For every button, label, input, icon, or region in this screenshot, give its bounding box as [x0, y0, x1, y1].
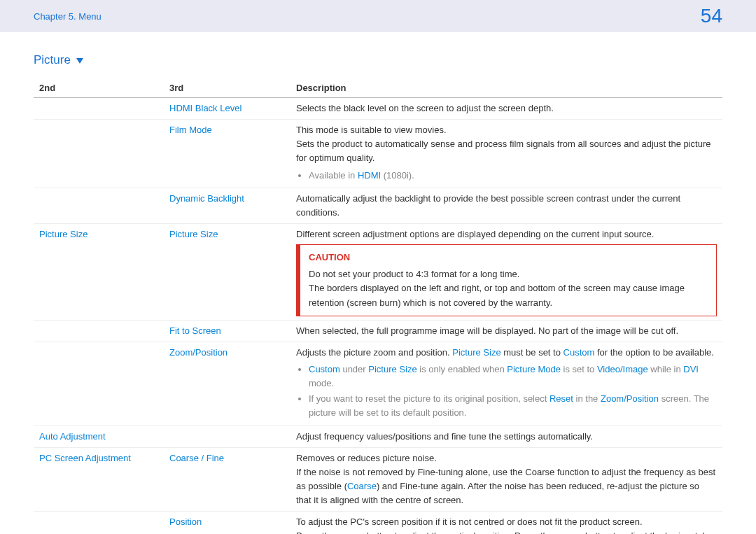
text: Different screen adjustment options are … [296, 227, 717, 241]
menu-group-auto-adjustment: Auto Adjustment [39, 431, 106, 442]
menu-group-picture-size: Picture Size [39, 229, 88, 239]
description: Automatically adjust the backlight to pr… [290, 188, 722, 223]
svg-marker-0 [76, 58, 83, 64]
text: Removes or reduces picture noise. [296, 451, 717, 465]
description: Adjust frequency values/positions and fi… [290, 426, 722, 447]
col-header-2nd: 2nd [34, 78, 164, 98]
left-arrow-icon [556, 531, 563, 534]
text: To adjust the PC's screen position if it… [296, 515, 717, 529]
menu-item-position: Position [169, 517, 202, 527]
table-row: Auto Adjustment Adjust frequency values/… [34, 426, 722, 447]
note: If you want to reset the picture to its … [309, 392, 717, 420]
caution-box: CAUTION Do not set your product to 4:3 f… [296, 244, 717, 316]
menu-item-hdmi-black-level: HDMI Black Level [169, 103, 241, 113]
table-row: Picture Size Picture Size Different scre… [34, 223, 722, 320]
table-row: Film Mode This mode is suitable to view … [34, 120, 722, 188]
description: When selected, the full programme image … [290, 320, 722, 342]
menu-item-dynamic-backlight: Dynamic Backlight [169, 193, 244, 204]
col-header-desc: Description [290, 78, 722, 98]
description: Removes or reduces picture noise. If the… [290, 447, 722, 512]
description: To adjust the PC's screen position if it… [290, 512, 722, 534]
menu-group-pc-screen-adjustment: PC Screen Adjustment [39, 453, 131, 463]
table-row: Position To adjust the PC's screen posit… [34, 512, 722, 534]
menu-item-film-mode: Film Mode [169, 125, 212, 135]
table-row: Fit to Screen When selected, the full pr… [34, 320, 722, 342]
down-arrow-icon [357, 531, 364, 534]
description: Different screen adjustment options are … [290, 223, 722, 320]
menu-item-coarse-fine: Coarse / Fine [169, 453, 224, 463]
header-bar: Chapter 5. Menu 54 [0, 0, 756, 32]
menu-item-fit-to-screen: Fit to Screen [169, 325, 221, 336]
note: Available in HDMI (1080i). [309, 169, 717, 183]
menu-item-zoom-position: Zoom/Position [169, 347, 227, 358]
table-row: Dynamic Backlight Automatically adjust t… [34, 188, 722, 223]
page-number: 54 [701, 5, 722, 27]
table-row: HDMI Black Level Selects the black level… [34, 98, 722, 120]
menu-table: 2nd 3rd Description HDMI Black Level Sel… [34, 78, 722, 534]
breadcrumb: Chapter 5. Menu [34, 11, 102, 22]
chevron-down-icon [74, 53, 84, 66]
up-arrow-icon [337, 531, 344, 534]
description: Selects the black level on the screen to… [290, 98, 722, 120]
section-title-text: Picture [34, 53, 71, 66]
table-row: PC Screen Adjustment Coarse / Fine Remov… [34, 447, 722, 512]
caution-text: The borders displayed on the left and ri… [309, 281, 708, 309]
description: This mode is suitable to view movies. Se… [290, 120, 722, 188]
menu-item-picture-size: Picture Size [169, 229, 218, 239]
text: This mode is suitable to view movies. [296, 123, 717, 137]
section-title: Picture [34, 53, 722, 67]
text: Sets the product to automatically sense … [296, 137, 717, 165]
caution-text: Do not set your product to 4:3 format fo… [309, 267, 708, 281]
description: Adjusts the picture zoom and position. P… [290, 342, 722, 426]
note: Custom under Picture Size is only enable… [309, 363, 717, 391]
col-header-3rd: 3rd [164, 78, 290, 98]
caution-title: CAUTION [309, 251, 708, 265]
right-arrow-icon [575, 531, 582, 534]
table-row: Zoom/Position Adjusts the picture zoom a… [34, 342, 722, 426]
